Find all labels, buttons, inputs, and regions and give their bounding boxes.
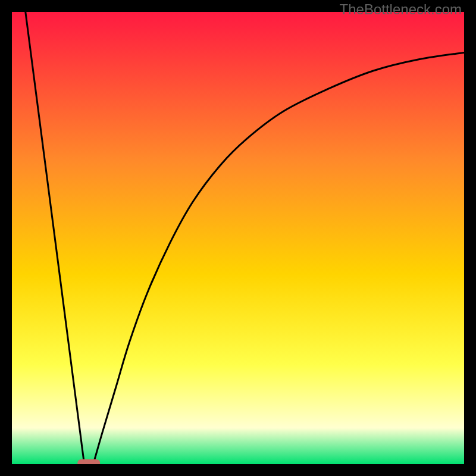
gradient-background <box>12 12 464 464</box>
optimal-marker <box>77 459 100 464</box>
watermark-text: TheBottleneck.com <box>340 1 462 18</box>
chart-frame <box>12 12 464 464</box>
bottleneck-chart <box>12 12 464 464</box>
